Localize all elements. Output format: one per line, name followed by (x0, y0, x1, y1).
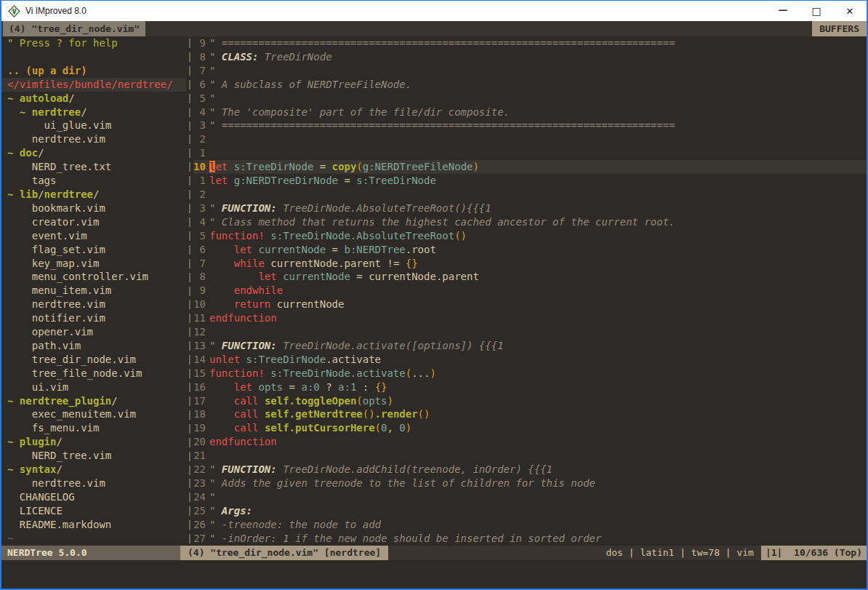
tree-item[interactable]: NERD_tree.txt (7, 160, 186, 174)
tree-item[interactable]: CHANGELOG (7, 490, 186, 504)
editor-line[interactable]: 3" FUNCTION: TreeDirNode.AbsoluteTreeRoo… (193, 202, 867, 215)
tree-item[interactable]: tags (7, 174, 186, 188)
editor-line[interactable]: 3" =====================================… (193, 119, 867, 132)
tree-item-label: ~ autoload/ (7, 92, 75, 104)
tree-item-label: ~ plugin/ (7, 436, 63, 447)
tree-item[interactable]: ~ autoload/ (7, 92, 186, 105)
tabline-fill (145, 21, 812, 36)
editor-line[interactable]: 8" CLASS: TreeDirNode (193, 50, 867, 64)
tree-item[interactable]: nerdtree.vim (7, 298, 186, 311)
tree-item[interactable]: ~ nerdtree_plugin/ (7, 394, 186, 408)
tree-item-label: menu_controller.vim (7, 271, 148, 282)
editor-line[interactable]: 5" (193, 92, 867, 105)
tree-item-label: ~ lib/nerdtree/ (7, 188, 99, 200)
editor-line[interactable]: 10let s:TreeDirNode = copy(g:NERDTreeFil… (193, 160, 867, 174)
editor-line[interactable]: 26" -treenode: the node to add (193, 518, 867, 532)
editor-line[interactable]: 23" Adds the given treenode to the list … (193, 477, 867, 490)
tree-item[interactable]: ui.vim (7, 380, 186, 394)
tree-item[interactable]: ~ nerdtree/ (7, 105, 186, 119)
tree-item[interactable]: creator.vim (7, 215, 186, 229)
tree-item[interactable]: ~ plugin/ (7, 435, 186, 449)
close-button[interactable]: ✕ (833, 1, 867, 21)
tree-item[interactable]: LICENCE (7, 504, 186, 518)
tree-item[interactable]: menu_item.vim (7, 284, 186, 298)
tree-item[interactable]: ~ (7, 532, 186, 546)
editor-line[interactable]: 4" Class method that returns the highest… (193, 215, 867, 229)
editor-line[interactable]: 5function! s:TreeDirNode.AbsoluteTreeRoo… (193, 229, 867, 243)
editor-line[interactable]: 2 (193, 188, 867, 202)
line-number: 25 (193, 504, 206, 518)
tree-item[interactable]: tree_file_node.vim (7, 367, 186, 380)
editor-line[interactable]: 22" FUNCTION: TreeDirNode.addChild(treen… (193, 463, 867, 477)
editor-line[interactable]: 1let g:NERDTreeDirNode = s:TreeDirNode (193, 174, 867, 188)
tree-item[interactable]: flag_set.vim (7, 243, 186, 257)
tree-item[interactable]: nerdtree.vim (7, 132, 186, 146)
tree-item[interactable]: key_map.vim (7, 257, 186, 271)
editor-line[interactable]: 1 (193, 146, 867, 160)
tree-item[interactable]: menu_controller.vim (7, 270, 186, 284)
editor-line[interactable]: 18 call self.getNerdtree().render() (193, 407, 867, 421)
tree-item[interactable]: ~ lib/nerdtree/ (7, 188, 186, 202)
editor-line[interactable]: 12 (193, 325, 867, 339)
tree-item[interactable]: README.markdown (7, 518, 186, 532)
tree-item[interactable]: NERD_tree.vim (7, 449, 186, 463)
tree-item-label: .. (up a dir) (7, 65, 87, 76)
tree-item[interactable]: </vimfiles/bundle/nerdtree/ (1, 78, 186, 92)
window-controls: — □ ✕ (766, 1, 867, 21)
editor-pane[interactable]: 9" =====================================… (193, 36, 867, 546)
nerdtree-pane[interactable]: " Press ? for help.. (up a dir)</vimfile… (1, 36, 186, 546)
tree-item[interactable]: event.vim (7, 229, 186, 243)
editor-line[interactable]: 13" FUNCTION: TreeDirNode.activate([opti… (193, 339, 867, 353)
editor-line[interactable]: 7 while currentNode.parent != {} (193, 257, 867, 271)
editor-line[interactable]: 4" The 'composite' part of the file/dir … (193, 105, 867, 119)
editor-line[interactable]: 16 let opts = a:0 ? a:1 : {} (193, 380, 867, 394)
buffers-tab[interactable]: BUFFERS (812, 21, 867, 36)
tree-item[interactable]: path.vim (7, 339, 186, 353)
editor-line[interactable]: 14unlet s:TreeDirNode.activate (193, 353, 867, 367)
editor-line[interactable]: 2 (193, 132, 867, 146)
tree-item[interactable]: opener.vim (7, 325, 186, 339)
tree-item[interactable]: " Press ? for help (7, 36, 186, 50)
editor-line[interactable]: 6 let currentNode = b:NERDTree.root (193, 243, 867, 257)
tree-item[interactable]: fs_menu.vim (7, 421, 186, 435)
code-text: call self.putCursorHere(0, 0) (209, 421, 867, 435)
command-line[interactable] (1, 560, 867, 589)
tree-item[interactable]: notifier.vim (7, 311, 186, 325)
editor-line[interactable]: 9 endwhile (193, 284, 867, 298)
code-text: " FUNCTION: TreeDirNode.AbsoluteTreeRoot… (209, 202, 867, 215)
tree-item[interactable]: ~ syntax/ (7, 463, 186, 477)
editor-line[interactable]: 21 (193, 449, 867, 463)
editor-line[interactable]: 9" =====================================… (193, 36, 867, 50)
editor-line[interactable]: 27" -inOrder: 1 if the new node should b… (193, 532, 867, 546)
editor-line[interactable]: 20endfunction (193, 435, 867, 449)
editor-line[interactable]: 24" (193, 490, 867, 504)
tree-item[interactable] (7, 50, 186, 64)
tree-item[interactable]: nerdtree.vim (7, 477, 186, 490)
editor-line[interactable]: 6" A subclass of NERDTreeFileNode. (193, 78, 867, 92)
tree-item-label: flag_set.vim (7, 244, 105, 255)
titlebar[interactable]: V Vi IMproved 8.0 — □ ✕ (1, 1, 867, 21)
minimize-button[interactable]: — (766, 1, 800, 21)
tab-tree-dir-node[interactable]: (4) "tree_dir_node.vim" (3, 21, 145, 36)
tree-item-label: nerdtree.vim (7, 298, 105, 310)
line-number: 1 (193, 174, 206, 188)
editor-line[interactable]: 10 return currentNode (193, 298, 867, 311)
tree-item[interactable]: bookmark.vim (7, 202, 186, 215)
tree-item[interactable]: tree_dir_node.vim (7, 353, 186, 367)
editor-line[interactable]: 7" (193, 64, 867, 78)
editor-line[interactable]: 17 call self.toggleOpen(opts) (193, 394, 867, 408)
window-separator[interactable] (186, 36, 193, 546)
code-text: " Adds the given treenode to the list of… (209, 477, 867, 490)
editor-line[interactable]: 15function! s:TreeDirNode.activate(...) (193, 367, 867, 380)
tree-item[interactable]: .. (up a dir) (7, 64, 186, 78)
tree-item[interactable]: exec_menuitem.vim (7, 407, 186, 421)
tree-item[interactable]: ui_glue.vim (7, 119, 186, 132)
editor-line[interactable]: 19 call self.putCursorHere(0, 0) (193, 421, 867, 435)
editor-line[interactable]: 11endfunction (193, 311, 867, 325)
editor-line[interactable]: 8 let currentNode = currentNode.parent (193, 270, 867, 284)
editor-line[interactable]: 25" Args: (193, 504, 867, 518)
maximize-button[interactable]: □ (800, 1, 833, 21)
tree-item[interactable]: ~ doc/ (7, 146, 186, 160)
line-number: 15 (193, 367, 206, 380)
tree-item-label: nerdtree.vim (7, 477, 105, 489)
